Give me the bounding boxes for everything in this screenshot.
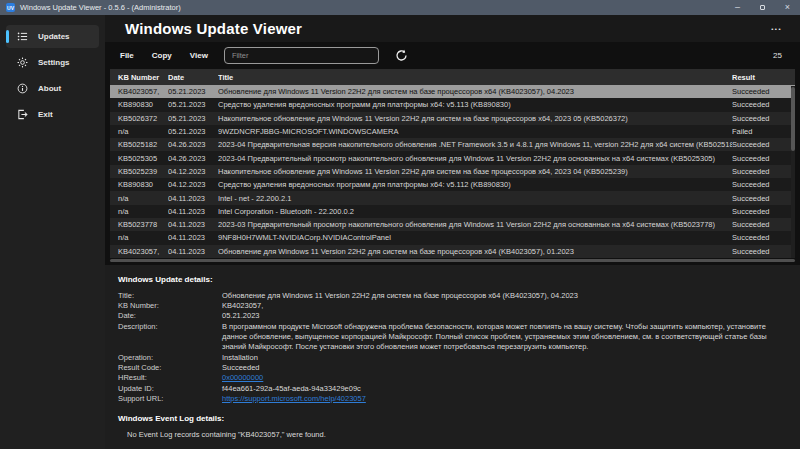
cell-kb-number: KB4023057,	[110, 247, 168, 256]
cell-kb-number: KB890830	[110, 100, 168, 109]
column-header-kb[interactable]: KB Number	[110, 73, 168, 82]
vertical-scrollbar-thumb[interactable]	[791, 87, 795, 151]
cell-date: 05.21.2023	[168, 127, 218, 136]
column-header-result[interactable]: Result	[732, 73, 795, 82]
cell-result: Succeeded	[732, 140, 795, 149]
table-row[interactable]: KB890830 05.21.2023 Средство удаления вр…	[110, 98, 795, 111]
details-field: Date: 05.21.2023	[118, 311, 800, 321]
cell-title: 2023-03 Предварительный просмотр накопит…	[218, 220, 732, 229]
cell-result: Succeeded	[732, 100, 795, 109]
cell-date: 04.11.2023	[168, 220, 218, 229]
details-field: Description: В программном продукте Micr…	[118, 322, 800, 353]
sidebar-item-label: About	[38, 84, 61, 93]
cell-date: 04.26.2023	[168, 154, 218, 163]
table-row[interactable]: KB5025182 04.26.2023 2023-04 Предварител…	[110, 138, 795, 151]
cell-title: 9NF8H0H7WMLT-NVIDIACorp.NVIDIAControlPan…	[218, 233, 732, 242]
details-field-value: KB4023057,	[222, 301, 789, 311]
table-row[interactable]: KB890830 04.12.2023 Средство удаления вр…	[110, 178, 795, 191]
cell-result: Succeeded	[732, 87, 795, 96]
app-body: Updates Settings	[0, 15, 800, 449]
overflow-menu-icon[interactable]: •••	[771, 26, 782, 32]
cell-date: 04.11.2023	[168, 194, 218, 203]
details-field-label: Title:	[118, 291, 222, 301]
cell-date: 04.26.2023	[168, 140, 218, 149]
table-body: KB4023057, 05.21.2023 Обновление для Win…	[110, 85, 795, 258]
cell-title: Intel - net - 22.200.2.1	[218, 194, 732, 203]
table-row[interactable]: KB4023057, 04.11.2023 Обновление для Win…	[110, 245, 795, 258]
sidebar: Updates Settings	[0, 15, 105, 449]
vertical-scrollbar[interactable]	[791, 86, 795, 258]
refresh-icon[interactable]	[395, 49, 408, 62]
cell-kb-number: KB890830	[110, 180, 168, 189]
main-panel: Windows Update Viewer ••• File Copy View	[105, 15, 800, 449]
app-logo-icon: UV	[6, 3, 15, 12]
filter-input[interactable]	[224, 47, 379, 64]
maximize-button[interactable]	[750, 0, 775, 15]
cell-result: Succeeded	[732, 167, 795, 176]
cell-result: Succeeded	[732, 233, 795, 242]
updates-table: KB Number Date Title Result KB4023057, 0…	[110, 69, 795, 262]
cell-kb-number: KB5025239	[110, 167, 168, 176]
sidebar-item-label: Exit	[38, 110, 53, 119]
cell-kb-number: KB4023057,	[110, 87, 168, 96]
cell-date: 05.21.2023	[168, 87, 218, 96]
cell-result: Succeeded	[732, 207, 795, 216]
cell-title: 9WZDNCRFJBBG-MICROSOFT.WINDOWSCAMERA	[218, 127, 732, 136]
cell-title: Обновление для Windows 11 Version 22H2 д…	[218, 87, 732, 96]
close-button[interactable]: ×	[775, 0, 800, 15]
sidebar-item-exit[interactable]: Exit	[6, 103, 99, 126]
details-field-label: Result Code:	[118, 363, 222, 373]
maximize-icon	[760, 5, 765, 10]
details-field-value[interactable]: 0x00000000	[222, 373, 789, 383]
file-menu-button[interactable]: File	[118, 48, 136, 63]
table-row[interactable]: KB5026372 05.21.2023 Накопительное обнов…	[110, 112, 795, 125]
table-row[interactable]: n/a 05.21.2023 9WZDNCRFJBBG-MICROSOFT.WI…	[110, 125, 795, 138]
exit-icon	[17, 109, 28, 120]
table-row[interactable]: KB5025239 04.12.2023 Накопительное обнов…	[110, 165, 795, 178]
window-controls: – ×	[725, 0, 800, 15]
update-details-heading: Windows Update details:	[118, 275, 800, 284]
cell-date: 05.21.2023	[168, 100, 218, 109]
sidebar-item-about[interactable]: About	[6, 77, 99, 100]
details-field-label: Support URL:	[118, 394, 222, 404]
cell-title: 2023-04 Предварительный просмотр накопит…	[218, 154, 732, 163]
cell-kb-number: KB5025305	[110, 154, 168, 163]
cell-title: Средство удаления вредоносных программ д…	[218, 100, 732, 109]
details-field-label: Date:	[118, 311, 222, 321]
table-row[interactable]: n/a 04.11.2023 Intel - net - 22.200.2.1 …	[110, 191, 795, 204]
minimize-button[interactable]: –	[725, 0, 750, 15]
info-icon	[17, 83, 28, 94]
details-field-label: Update ID:	[118, 384, 222, 394]
sidebar-item-label: Settings	[38, 58, 70, 67]
sidebar-item-settings[interactable]: Settings	[6, 51, 99, 74]
details-field: Result Code: Succeeded	[118, 363, 800, 373]
cell-kb-number: n/a	[110, 207, 168, 216]
column-header-date[interactable]: Date	[168, 73, 218, 82]
details-field-label: Description:	[118, 322, 222, 353]
table-row[interactable]: KB4023057, 05.21.2023 Обновление для Win…	[110, 85, 795, 98]
cell-date: 04.12.2023	[168, 167, 218, 176]
details-field-value: 05.21.2023	[222, 311, 789, 321]
copy-menu-button[interactable]: Copy	[150, 48, 174, 63]
main-header: Windows Update Viewer •••	[105, 15, 800, 42]
cell-date: 05.21.2023	[168, 114, 218, 123]
cell-result: Succeeded	[732, 220, 795, 229]
page-title: Windows Update Viewer	[125, 20, 302, 37]
table-row[interactable]: KB5025305 04.26.2023 2023-04 Предварител…	[110, 151, 795, 164]
sidebar-item-updates[interactable]: Updates	[6, 25, 99, 48]
table-row[interactable]: n/a 04.11.2023 Intel Corporation - Bluet…	[110, 205, 795, 218]
table-row[interactable]: KB5023778 04.11.2023 2023-03 Предварител…	[110, 218, 795, 231]
details-field-value[interactable]: https://support.microsoft.com/help/40230…	[222, 394, 789, 404]
details-field: Operation: Installation	[118, 353, 800, 363]
record-count: 25	[773, 51, 782, 60]
cell-title: Средство удаления вредоносных программ д…	[218, 180, 732, 189]
details-field-value: Installation	[222, 353, 789, 363]
cell-date: 04.11.2023	[168, 247, 218, 256]
column-header-title[interactable]: Title	[218, 73, 732, 82]
table-row[interactable]: n/a 04.11.2023 9NF8H0H7WMLT-NVIDIACorp.N…	[110, 231, 795, 244]
horizontal-scrollbar[interactable]	[110, 259, 795, 262]
cell-kb-number: n/a	[110, 194, 168, 203]
view-menu-button[interactable]: View	[188, 48, 210, 63]
table-header: KB Number Date Title Result	[110, 69, 795, 85]
window-title: Windows Update Viewer - 0.5.6 - (Adminis…	[20, 3, 181, 12]
